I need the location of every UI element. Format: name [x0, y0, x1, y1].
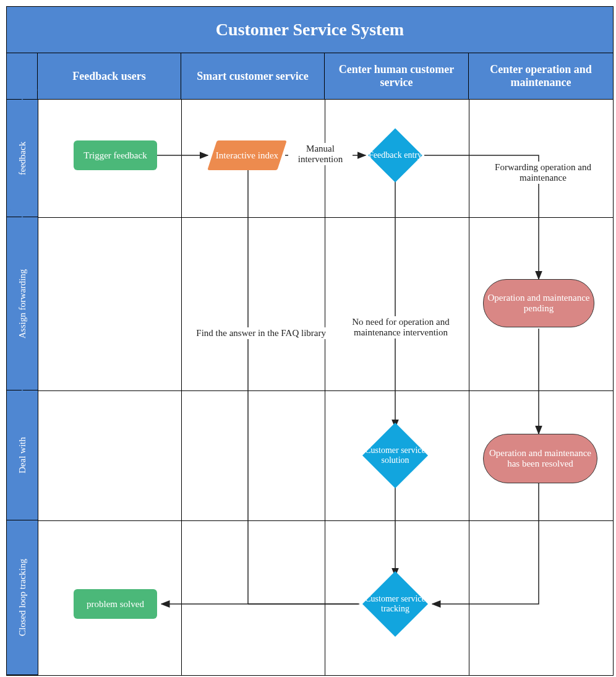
gridline: [38, 520, 613, 521]
swimlane-diagram: Customer Service System Feedback users S…: [6, 6, 614, 676]
node-cs-tracking: Customer service tracking: [353, 570, 437, 638]
node-cs-solution: Customer service solution: [353, 421, 437, 489]
edge-no-op: No need for operation and maintenance in…: [335, 316, 467, 338]
diagram-title: Customer Service System: [7, 7, 613, 53]
arrows-layer: [7, 7, 613, 675]
row-header-3: Closed loop tracking: [7, 520, 38, 675]
row-header-0: feedback: [7, 100, 38, 217]
gridline: [38, 217, 613, 218]
node-feedback-entry: Feedback entry: [358, 131, 432, 180]
col-header-3: Center operation and maintenance: [469, 53, 613, 100]
edge-faq: Find the answer in the FAQ library: [182, 327, 327, 339]
node-interactive-index: Interactive index: [207, 140, 287, 170]
col-header-1: Smart customer service: [181, 53, 325, 100]
row-header-1: Assign forwarding: [7, 217, 38, 390]
gridline: [38, 390, 613, 391]
col-header-0: Feedback users: [38, 53, 181, 100]
edge-manual-intervention: Manual intervention: [288, 143, 353, 165]
node-op-resolved: Operation and maintenance has been resol…: [483, 434, 597, 483]
gridline: [469, 100, 469, 675]
node-trigger-feedback: Trigger feedback: [74, 140, 157, 170]
gridline: [325, 100, 325, 675]
col-header-2: Center human customer service: [325, 53, 469, 100]
row-header-2: Deal with: [7, 390, 38, 520]
node-op-pending: Operation and maintenance pending: [483, 279, 594, 327]
gridline: [38, 100, 38, 675]
node-problem-solved: problem solved: [74, 589, 157, 619]
edge-forwarding-op: Forwarding operation and maintenance: [483, 162, 603, 184]
gridline: [181, 100, 182, 675]
